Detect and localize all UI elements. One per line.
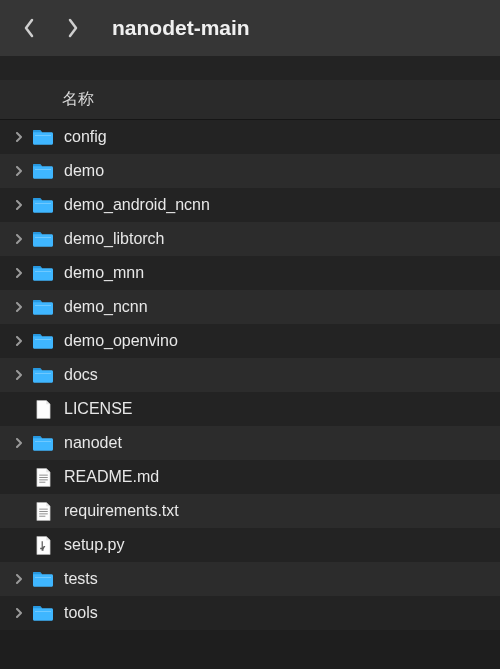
column-name-label: 名称 [62,89,94,110]
expand-toggle[interactable] [12,300,26,314]
toolbar: nanodet-main [0,0,500,56]
file-row[interactable]: demo_openvino [0,324,500,358]
expand-toggle[interactable] [12,368,26,382]
file-name-label: tests [64,570,98,588]
folder-icon [32,160,54,182]
file-name-label: demo_libtorch [64,230,165,248]
file-row[interactable]: demo [0,154,500,188]
nav-forward-button[interactable] [60,15,86,41]
file-row[interactable]: requirements.txt [0,494,500,528]
folder-icon [32,228,54,250]
file-name-label: docs [64,366,98,384]
file-row[interactable]: tools [0,596,500,630]
file-name-label: demo_mnn [64,264,144,282]
file-row[interactable]: setup.py [0,528,500,562]
file-name-label: setup.py [64,536,124,554]
python-file-icon [32,534,54,556]
window-title: nanodet-main [112,16,250,40]
file-row[interactable]: demo_ncnn [0,290,500,324]
file-row[interactable]: demo_libtorch [0,222,500,256]
folder-icon [32,296,54,318]
folder-icon [32,126,54,148]
file-name-label: tools [64,604,98,622]
nav-back-button[interactable] [16,15,42,41]
folder-icon [32,364,54,386]
folder-icon [32,602,54,624]
text-file-icon [32,500,54,522]
file-name-label: nanodet [64,434,122,452]
file-name-label: demo_android_ncnn [64,196,210,214]
file-row[interactable]: tests [0,562,500,596]
file-icon [32,398,54,420]
expand-toggle[interactable] [12,334,26,348]
file-name-label: demo_ncnn [64,298,148,316]
file-row[interactable]: README.md [0,460,500,494]
file-name-label: LICENSE [64,400,132,418]
text-file-icon [32,466,54,488]
expand-toggle[interactable] [12,606,26,620]
expand-toggle[interactable] [12,164,26,178]
folder-icon [32,262,54,284]
folder-icon [32,194,54,216]
file-name-label: requirements.txt [64,502,179,520]
folder-icon [32,432,54,454]
expand-toggle[interactable] [12,232,26,246]
file-row[interactable]: demo_android_ncnn [0,188,500,222]
file-name-label: config [64,128,107,146]
expand-toggle[interactable] [12,266,26,280]
file-name-label: demo_openvino [64,332,178,350]
folder-icon [32,568,54,590]
file-name-label: README.md [64,468,159,486]
expand-toggle[interactable] [12,572,26,586]
expand-toggle[interactable] [12,130,26,144]
file-row[interactable]: nanodet [0,426,500,460]
file-row[interactable]: config [0,120,500,154]
expand-toggle[interactable] [12,436,26,450]
file-row[interactable]: docs [0,358,500,392]
column-header[interactable]: 名称 [0,80,500,120]
expand-toggle[interactable] [12,198,26,212]
file-row[interactable]: LICENSE [0,392,500,426]
file-list: configdemodemo_android_ncnndemo_libtorch… [0,120,500,630]
file-name-label: demo [64,162,104,180]
header-gap [0,56,500,80]
folder-icon [32,330,54,352]
file-row[interactable]: demo_mnn [0,256,500,290]
